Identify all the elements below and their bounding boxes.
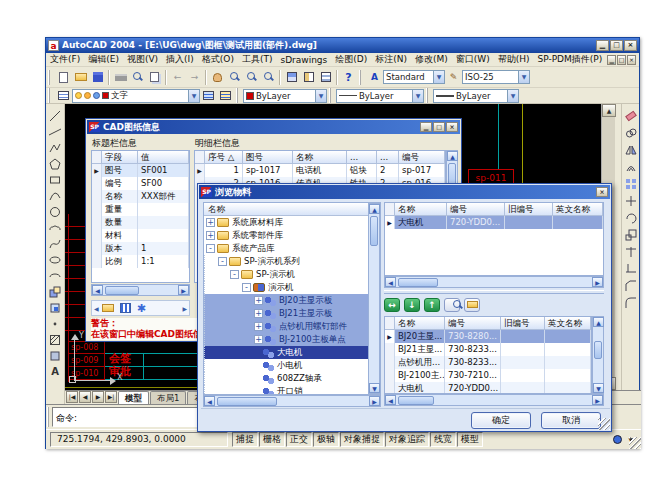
rectangle-icon[interactable] [47, 172, 63, 187]
panel-splitter[interactable] [384, 290, 604, 294]
layer-on-icon[interactable] [75, 92, 82, 99]
layer-freeze-icon[interactable] [84, 92, 91, 99]
chamfer-icon[interactable] [623, 278, 639, 293]
menu-edit[interactable]: 编辑(E) [84, 53, 123, 66]
col-drawing-no[interactable]: 图号 [243, 151, 293, 163]
open-folder-icon[interactable] [464, 298, 480, 312]
expand-icon[interactable]: + [206, 218, 215, 227]
tree-hscrollbar[interactable]: ◀ ▶ [203, 395, 381, 407]
cancel-button[interactable]: 取消 [541, 412, 601, 429]
close-button[interactable]: × [624, 40, 637, 51]
expand-icon[interactable]: + [254, 322, 263, 331]
polygon-icon[interactable] [47, 156, 63, 171]
zoom-realtime-icon[interactable] [226, 70, 243, 85]
new-icon[interactable] [55, 70, 72, 85]
grid-header[interactable]: 名称 编号 旧编号 英文名称 [385, 203, 603, 216]
offset-icon[interactable] [623, 159, 639, 174]
dim-style-icon[interactable]: ✎ [445, 70, 462, 85]
designcenter-icon[interactable] [300, 70, 317, 85]
tab-last-icon[interactable]: ▶| [105, 391, 117, 403]
tree-item[interactable]: -系统产品库 [204, 242, 380, 255]
scale-icon[interactable] [623, 227, 639, 242]
menu-view[interactable]: 视图(V) [123, 53, 162, 66]
linetype-combo[interactable]: ByLayer ▼ [336, 89, 424, 103]
move-icon[interactable] [623, 193, 639, 208]
ellipse-arc-icon[interactable] [47, 268, 63, 283]
doc-restore-button[interactable]: □ [617, 55, 626, 65]
dialog-minimize-button[interactable]: ▁ [420, 122, 432, 132]
menu-sdrawings[interactable]: sDrawings [276, 55, 331, 65]
tree-item[interactable]: -SP-演示机系列 [204, 255, 380, 268]
top-grid-hscrollbar[interactable]: ◀ ▶ [384, 276, 604, 288]
menu-file[interactable]: 文件(F) [46, 53, 84, 66]
scroll-left-icon[interactable]: ◀ [385, 395, 396, 405]
tree-item-selected[interactable]: 大电机 [204, 346, 380, 359]
title-info-grid[interactable]: 字段 值 ▶图号SF001 编号SF00 名称XXX部件 重量 数量 材料 版本… [91, 150, 190, 283]
maximize-button[interactable]: □ [610, 40, 623, 51]
menu-window[interactable]: 窗口(W) [452, 53, 494, 66]
menu-draw[interactable]: 绘图(D) [331, 53, 371, 66]
expand-icon[interactable]: + [254, 309, 263, 318]
trim-icon[interactable] [623, 244, 639, 259]
mtext-icon[interactable]: A [47, 364, 63, 379]
table-row[interactable]: BJ-2100主... 730-7210... [385, 369, 591, 382]
table-row[interactable]: 点钞机用... 730-8233... [385, 356, 591, 369]
scroll-thumb[interactable] [398, 278, 438, 287]
table-row[interactable]: 材料 [92, 229, 189, 242]
chevron-down-icon[interactable]: ▼ [412, 90, 423, 102]
download-icon[interactable]: ↓ [404, 298, 420, 312]
scroll-up-icon[interactable]: ▲ [369, 204, 380, 214]
browse-titlebar[interactable]: SP 浏览物料 × [199, 185, 610, 199]
scroll-up-icon[interactable]: ▲ [602, 104, 616, 117]
list-hscrollbar[interactable]: ◀ ▶ [384, 394, 604, 406]
table-row[interactable]: ▶ 1 sp-1017 电话机 铝块 2 sp-017 [195, 164, 445, 177]
table-row[interactable]: 比例1:1 [92, 255, 189, 268]
material-tree-panel[interactable]: 名称 +系统原材料库 +系统零部件库 -系统产品库 -SP-演示机系列 -SP-… [203, 202, 381, 395]
command-grip[interactable] [47, 407, 51, 427]
copy-icon[interactable] [623, 125, 639, 140]
col-field[interactable]: 字段 [102, 151, 138, 163]
tree-item[interactable]: 小电机 [204, 359, 380, 372]
fillet-icon[interactable] [623, 295, 639, 310]
chevron-down-icon[interactable]: ▼ [507, 90, 518, 102]
menu-format[interactable]: 格式(O) [198, 53, 238, 66]
toolbar-grip[interactable] [426, 88, 430, 103]
expand-icon[interactable]: + [254, 296, 263, 305]
tree-item[interactable]: +系统零部件库 [204, 229, 380, 242]
settings-icon[interactable]: ✱ [137, 302, 146, 315]
ellipse-icon[interactable] [47, 252, 63, 267]
pan-icon[interactable] [209, 70, 226, 85]
scroll-thumb[interactable] [594, 341, 602, 359]
mirror-icon[interactable] [623, 142, 639, 157]
table-row-selected[interactable]: ▶ 大电机 720-YDD0... [385, 216, 603, 229]
col-name[interactable]: 名称 [395, 317, 445, 329]
tree-vscrollbar[interactable]: ▲ ▼ [368, 203, 380, 394]
scroll-thumb[interactable] [105, 286, 139, 295]
open-icon[interactable] [72, 70, 89, 85]
table-row[interactable]: BJ21主显... 730-8233... [385, 343, 591, 356]
table-row[interactable]: 版本1 [92, 242, 189, 255]
col-english-name[interactable]: 英文名称 [545, 317, 591, 329]
communication-center-icon[interactable] [613, 435, 622, 444]
minimize-button[interactable]: ▁ [596, 40, 609, 51]
table-row[interactable]: 编号SF00 [92, 177, 189, 190]
save-icon[interactable] [89, 70, 106, 85]
tree-item[interactable]: +点钞机用螺钉部件 [204, 320, 380, 333]
scroll-right-icon[interactable]: ▶ [592, 277, 603, 287]
col-code[interactable]: 编号 [447, 203, 505, 215]
table-row[interactable]: 重量 [92, 203, 189, 216]
scroll-right-icon[interactable]: ▶ [369, 396, 380, 406]
plot-icon[interactable] [112, 70, 129, 85]
collapse-icon[interactable]: - [242, 283, 251, 292]
grid-header[interactable]: 字段 值 [92, 151, 189, 164]
material-list-grid[interactable]: 名称 编号 旧编号 英文名称 ▶ BJ20主显... 730-8280... B… [384, 316, 592, 394]
tree-item[interactable]: -演示机 [204, 281, 380, 294]
list-vscrollbar[interactable]: ▲ ▼ [592, 316, 604, 394]
chevron-down-icon[interactable]: ▼ [518, 71, 529, 83]
publish-icon[interactable] [146, 70, 163, 85]
line-icon[interactable] [47, 108, 63, 123]
table-row[interactable]: 名称XXX部件 [92, 190, 189, 203]
dialog-close-button[interactable]: × [446, 122, 458, 132]
tree-item[interactable]: -SP-演示机 [204, 268, 380, 281]
spline-icon[interactable] [47, 236, 63, 251]
